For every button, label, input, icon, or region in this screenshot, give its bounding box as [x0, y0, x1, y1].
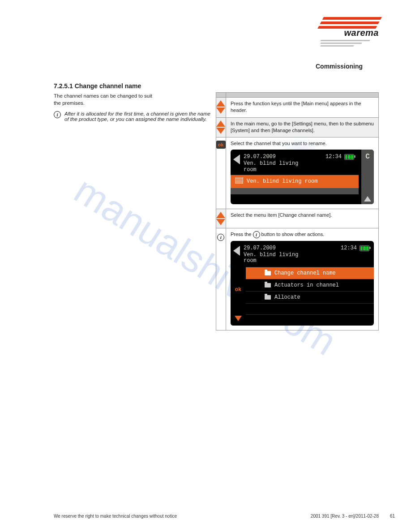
list-item-label: Change channel name — [274, 270, 336, 277]
device-screen-2: 29.07.200912:34 Ven. blind livingroom ok — [231, 241, 374, 326]
folder-icon — [265, 283, 271, 287]
up-down-arrows-icon — [216, 100, 225, 114]
ok-button-icon: ok — [216, 141, 226, 149]
screen-date: 29.07.2009 — [244, 153, 276, 160]
screen-date: 29.07.2009 — [244, 245, 276, 252]
device-screen-1: 29.07.200912:34 Ven. blind livingroom — [231, 150, 374, 204]
screen-time: 12:34 — [341, 245, 357, 252]
screen-title-line1: Ven. blind living — [244, 252, 298, 258]
step-icon-cell — [216, 209, 226, 228]
step-icon-cell: ok — [216, 137, 226, 209]
screen-left-bar: ok — [231, 267, 246, 326]
step-text: In the main menu, go to the [Settings] m… — [226, 117, 379, 137]
step-text: Press the function keys until the [Main … — [226, 98, 379, 118]
battery-icon — [360, 245, 369, 251]
list-item-label: Allocate — [274, 294, 300, 301]
page-footer: We reserve the right to make technical c… — [0, 514, 411, 519]
table-row: i Press the i button to show other actio… — [216, 228, 378, 330]
step-text-suffix: button to show other actions. — [260, 232, 325, 237]
page-number: 61 — [390, 514, 395, 519]
intro-text: The channel names can be changed to suit… — [54, 92, 157, 107]
list-item-label: Ven. blind living room — [247, 178, 317, 185]
info-icon: i — [54, 111, 61, 118]
blind-icon — [235, 177, 243, 186]
step-text-prefix: Press the — [231, 232, 253, 237]
screen-title-line1: Ven. blind living — [244, 160, 298, 167]
list-item-label: Actuators in channel — [274, 282, 339, 289]
list-item-empty — [246, 303, 374, 314]
logo-shadow-icon — [321, 40, 379, 47]
side-info-text: After it is allocated for the first time… — [64, 111, 216, 122]
screen-title-line2: room — [244, 257, 257, 264]
list-item-selected: Change channel name — [246, 267, 374, 279]
section-title: 7.2.5.1 Change channel name — [54, 82, 379, 90]
table-row: In the main menu, go to the [Settings] m… — [216, 117, 378, 137]
back-arrow-icon — [233, 154, 240, 164]
sidebar-up-arrow-icon — [364, 196, 371, 202]
page-subtitle: Commissioning — [54, 63, 379, 70]
table-head-row — [216, 93, 378, 98]
screen-title-line2: room — [244, 167, 257, 173]
brand-logo: warema — [321, 17, 379, 47]
logo-text: warema — [321, 28, 379, 38]
battery-icon — [344, 154, 354, 160]
screen-wave-icon — [231, 188, 359, 204]
list-item: Allocate — [246, 291, 374, 303]
table-row: Press the function keys until the [Main … — [216, 98, 378, 118]
up-down-arrows-icon — [216, 120, 225, 134]
side-info-note: i After it is allocated for the first ti… — [54, 111, 216, 122]
footer-right-text: 2001 391 [Rev. 3 - en]/2011-02-28 — [311, 514, 379, 519]
logo-stripes-icon — [317, 17, 382, 29]
screen-time: 12:34 — [325, 153, 342, 160]
info-icon: i — [253, 231, 260, 238]
step-text-cell: Press the i button to show other actions… — [226, 228, 379, 330]
table-row: Select the menu item [Change channel nam… — [216, 209, 378, 228]
screen-sidebar: C — [361, 150, 374, 204]
footer-left-text: We reserve the right to make technical c… — [54, 514, 177, 519]
folder-icon — [265, 295, 271, 300]
info-icon: i — [217, 234, 224, 241]
step-icon-cell — [216, 117, 226, 137]
list-item-empty — [246, 314, 374, 326]
up-down-arrows-icon — [216, 212, 225, 225]
step-text: Select the menu item [Change channel nam… — [226, 209, 379, 228]
leftbar-down-arrow-icon — [235, 316, 242, 321]
steps-table: Press the function keys until the [Main … — [216, 92, 379, 330]
step-icon-cell — [216, 98, 226, 118]
step-icon-cell: i — [216, 228, 226, 330]
sidebar-c-label: C — [365, 152, 370, 162]
back-arrow-icon — [233, 246, 240, 256]
list-item: Actuators in channel — [246, 279, 374, 291]
folder-icon — [265, 271, 271, 275]
list-item-selected: Ven. blind living room — [231, 175, 359, 188]
leftbar-ok-label: ok — [235, 286, 241, 293]
